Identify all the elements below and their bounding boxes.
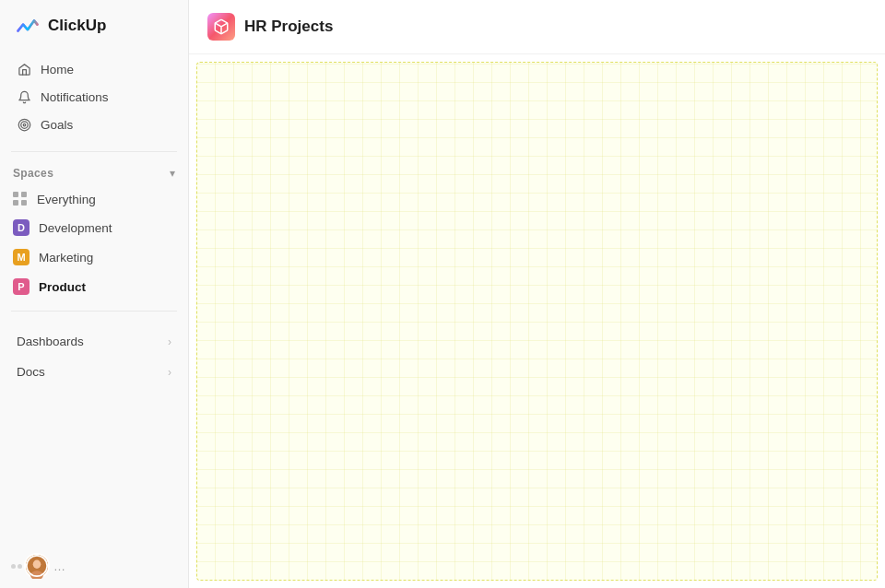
logo-text: ClickUp [48, 17, 106, 35]
logo[interactable]: ClickUp [0, 0, 188, 52]
space-item-development[interactable]: D Development [0, 213, 188, 242]
user-avatar [24, 553, 50, 579]
space-item-marketing[interactable]: M Marketing [0, 242, 188, 272]
clickup-logo-icon [15, 13, 41, 39]
space-item-everything[interactable]: Everything [0, 185, 188, 213]
nav-item-goals[interactable]: Goals [7, 111, 181, 138]
user-avatar-stack[interactable]: … [11, 553, 65, 579]
space-label-product: Product [39, 280, 86, 294]
main-content: HR Projects [189, 0, 885, 588]
nav-label-home: Home [41, 63, 74, 76]
space-label-marketing: Marketing [39, 251, 93, 265]
dashboards-chevron-icon: › [168, 335, 171, 348]
home-icon [17, 62, 31, 76]
space-label-development: Development [39, 221, 112, 235]
user-ellipsis: … [53, 559, 65, 573]
docs-label: Docs [17, 365, 45, 379]
spaces-label: Spaces [13, 167, 53, 180]
svg-point-1 [20, 121, 28, 128]
space-label-everything: Everything [37, 193, 96, 206]
space-avatar-development: D [13, 219, 30, 236]
sidebar-expandables: Dashboards › Docs › [0, 326, 188, 387]
expandable-dashboards[interactable]: Dashboards › [4, 326, 184, 357]
nav-item-home[interactable]: Home [7, 55, 181, 83]
main-title: HR Projects [244, 18, 333, 36]
space-item-product[interactable]: P Product [0, 272, 188, 301]
svg-point-2 [23, 123, 26, 126]
space-avatar-product: P [13, 278, 30, 295]
nav-label-notifications: Notifications [41, 90, 109, 104]
docs-chevron-icon: › [168, 366, 171, 379]
goals-icon [17, 117, 31, 132]
nav-item-notifications[interactable]: Notifications [7, 83, 181, 111]
grid-icon [13, 192, 28, 206]
nav-label-goals: Goals [41, 118, 73, 132]
sidebar-nav: Home Notifications Goals [0, 52, 188, 142]
main-header: HR Projects [189, 0, 885, 54]
spaces-header[interactable]: Spaces ▾ [0, 161, 188, 185]
main-body [196, 62, 878, 581]
expandable-docs[interactable]: Docs › [4, 357, 184, 387]
divider-2 [11, 311, 177, 312]
divider-1 [11, 151, 177, 152]
bell-icon [17, 89, 31, 104]
sidebar-footer: … [0, 544, 188, 588]
svg-point-4 [33, 560, 41, 569]
avatar-dots [11, 564, 22, 569]
hr-projects-icon [207, 13, 235, 41]
space-avatar-marketing: M [13, 249, 30, 265]
spaces-chevron-icon: ▾ [170, 167, 175, 180]
dashboards-label: Dashboards [17, 335, 84, 348]
sidebar: ClickUp Home Notifications [0, 0, 189, 588]
